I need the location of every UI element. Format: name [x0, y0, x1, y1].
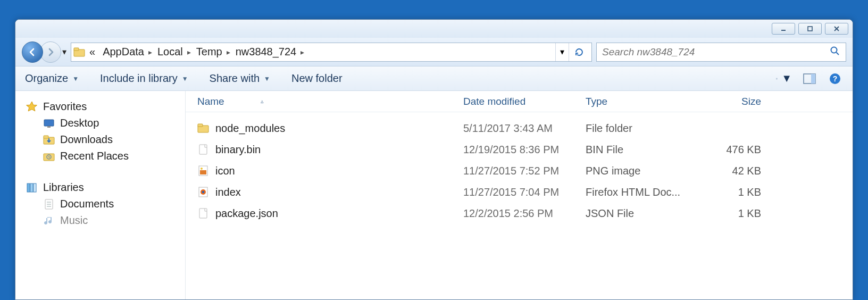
arrow-left-icon: [28, 47, 37, 57]
arrow-right-icon: [46, 47, 55, 57]
column-type[interactable]: Type: [586, 96, 707, 107]
file-size: 42 KB: [707, 165, 771, 177]
search-input[interactable]: [602, 46, 830, 58]
column-name[interactable]: Name▵: [197, 96, 463, 107]
minimize-button[interactable]: [772, 23, 795, 35]
file-name: package.json: [215, 207, 278, 220]
preview-pane-button[interactable]: [802, 71, 817, 87]
svg-rect-40: [199, 209, 207, 218]
file-row[interactable]: icon11/27/2015 7:52 PMPNG image42 KB: [197, 160, 853, 181]
file-date: 12/19/2015 8:36 PM: [463, 144, 586, 156]
back-button[interactable]: [22, 41, 43, 63]
maximize-button[interactable]: [798, 23, 822, 35]
forward-button[interactable]: [40, 41, 61, 63]
view-menu[interactable]: ▼: [776, 71, 792, 87]
file-row[interactable]: index11/27/2015 7:04 PMFirefox HTML Doc.…: [197, 181, 853, 203]
chevron-down-icon: ▼: [781, 72, 792, 85]
file-name: index: [215, 186, 241, 198]
svg-point-6: [831, 47, 837, 53]
svg-line-7: [837, 52, 839, 55]
history-dropdown[interactable]: ▾: [62, 47, 66, 57]
sidebar-favorites[interactable]: Favorites: [26, 98, 185, 115]
share-with-menu[interactable]: Share with▼: [210, 72, 270, 85]
folder-icon: [73, 46, 85, 58]
svg-rect-12: [776, 79, 777, 79]
desktop-icon: [43, 118, 55, 129]
file-date: 11/27/2015 7:52 PM: [463, 165, 586, 177]
close-button[interactable]: [825, 23, 848, 35]
breadcrumb-temp[interactable]: Temp: [193, 43, 226, 61]
include-in-library-menu[interactable]: Include in library▼: [100, 72, 188, 85]
organize-label: Organize: [25, 72, 68, 85]
chevron-right-icon[interactable]: ▸: [226, 48, 231, 56]
sidebar-item-recent-places[interactable]: Recent Places: [26, 148, 185, 164]
svg-rect-33: [199, 145, 207, 154]
sidebar: Favorites Desktop Downloads Recent Place…: [15, 91, 186, 299]
minimize-icon: [780, 25, 787, 32]
sidebar-item-documents[interactable]: Documents: [26, 196, 185, 212]
new-folder-button[interactable]: New folder: [291, 72, 343, 85]
sidebar-item-label: Documents: [60, 198, 114, 210]
chevron-down-icon: ▼: [264, 75, 270, 82]
music-icon: [43, 215, 55, 227]
organize-menu[interactable]: Organize▼: [25, 72, 79, 85]
titlebar: [15, 20, 853, 38]
file-row[interactable]: node_modules5/11/2017 3:43 AMFile folder: [197, 118, 853, 139]
column-date[interactable]: Date modified: [463, 96, 586, 107]
sort-ascending-icon: ▵: [261, 98, 264, 105]
explorer-window: ▾ « AppData▸ Local▸ Temp▸ nw3848_724▸ ▾: [15, 19, 853, 300]
column-name-label: Name: [197, 96, 224, 107]
page-icon: [197, 144, 209, 155]
file-row[interactable]: package.json12/2/2015 2:56 PMJSON File1 …: [197, 203, 853, 224]
column-size[interactable]: Size: [707, 96, 771, 107]
file-type: File folder: [586, 122, 707, 135]
chevron-down-icon: ▼: [72, 75, 79, 82]
file-type: Firefox HTML Doc...: [586, 186, 707, 198]
file-name: binary.bin: [215, 144, 261, 156]
toolbar: Organize▼ Include in library▼ Share with…: [15, 66, 853, 91]
nav-buttons: ▾: [22, 41, 66, 63]
file-list: node_modules5/11/2017 3:43 AMFile folder…: [186, 112, 853, 224]
search-icon[interactable]: [830, 46, 840, 59]
file-row[interactable]: binary.bin12/19/2015 8:36 PMBIN File476 …: [197, 139, 853, 160]
svg-text:?: ?: [833, 74, 838, 83]
search-box[interactable]: [596, 43, 846, 62]
nav-row: ▾ « AppData▸ Local▸ Temp▸ nw3848_724▸ ▾: [15, 38, 853, 66]
breadcrumb-appdata[interactable]: AppData: [99, 43, 147, 61]
svg-rect-15: [811, 74, 815, 84]
help-button[interactable]: ?: [827, 71, 843, 87]
sidebar-libraries[interactable]: Libraries: [26, 179, 185, 196]
sidebar-item-desktop[interactable]: Desktop: [26, 115, 185, 131]
svg-rect-5: [74, 48, 79, 51]
sidebar-item-label: Downloads: [60, 134, 113, 146]
file-name: icon: [215, 165, 235, 177]
breadcrumb-prefix[interactable]: «: [86, 43, 98, 61]
html-icon: [197, 186, 209, 198]
file-size: 1 KB: [707, 186, 771, 198]
svg-rect-10: [776, 78, 777, 79]
address-dropdown[interactable]: ▾: [555, 43, 569, 61]
refresh-button[interactable]: [569, 43, 589, 61]
chevron-right-icon[interactable]: ▸: [186, 48, 192, 56]
chevron-right-icon[interactable]: ▸: [299, 48, 305, 56]
file-size: 1 KB: [707, 207, 771, 220]
svg-rect-18: [44, 120, 54, 126]
chevron-right-icon[interactable]: ▸: [147, 48, 153, 56]
star-icon: [26, 101, 38, 113]
address-bar[interactable]: « AppData▸ Local▸ Temp▸ nw3848_724▸ ▾: [71, 43, 592, 62]
file-type: JSON File: [586, 207, 707, 220]
svg-rect-26: [34, 184, 36, 192]
svg-rect-1: [808, 27, 812, 31]
new-folder-label: New folder: [291, 72, 343, 85]
refresh-icon: [574, 47, 584, 57]
breadcrumb-nw3848[interactable]: nw3848_724: [232, 43, 300, 61]
page-icon: [197, 207, 209, 219]
svg-rect-25: [30, 184, 33, 192]
svg-rect-24: [27, 184, 30, 192]
sidebar-item-downloads[interactable]: Downloads: [26, 131, 185, 148]
breadcrumb-local[interactable]: Local: [154, 43, 186, 61]
svg-rect-21: [44, 136, 48, 138]
sidebar-item-music[interactable]: Music: [26, 212, 185, 229]
help-icon: ?: [829, 73, 841, 85]
sidebar-item-label: Recent Places: [60, 150, 129, 162]
